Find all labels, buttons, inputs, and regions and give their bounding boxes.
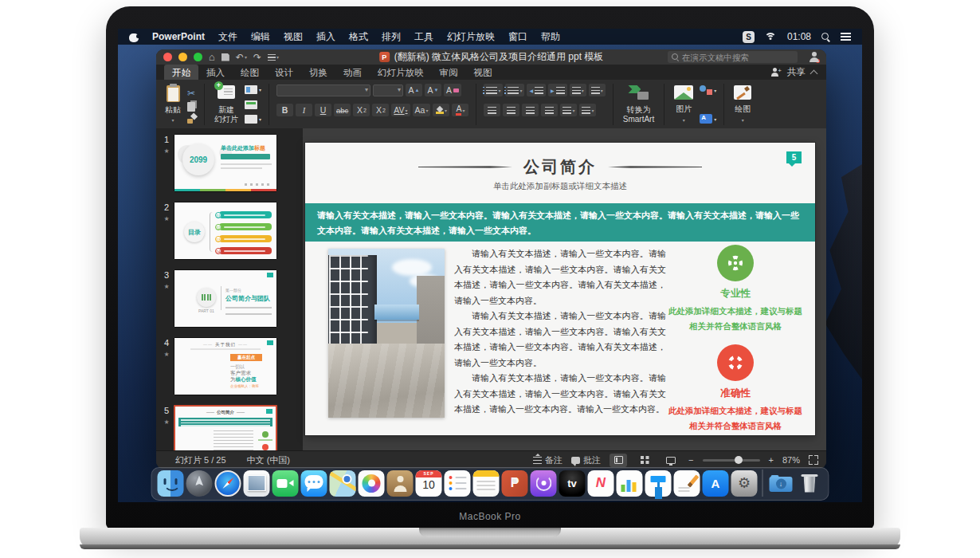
zoom-out-button[interactable]: −: [688, 455, 693, 465]
bullets-button[interactable]: ▾: [484, 84, 503, 96]
section-button[interactable]: ▾: [245, 115, 261, 124]
grow-font-button[interactable]: A▲: [406, 84, 422, 96]
paste-button[interactable]: 粘贴 ▾: [163, 84, 183, 125]
search-input[interactable]: [682, 53, 794, 62]
proxy-s-icon[interactable]: S: [743, 31, 755, 43]
subscript-button[interactable]: X2: [372, 104, 389, 116]
dock-keynote-icon[interactable]: [645, 470, 672, 497]
collapse-ribbon-icon[interactable]: [810, 69, 818, 77]
align-left-button[interactable]: [484, 104, 500, 116]
menu-clock[interactable]: 01:08: [787, 31, 811, 42]
zoom-slider[interactable]: [703, 459, 760, 462]
dock-appletv-icon[interactable]: tv: [559, 470, 586, 497]
dock-reminders-icon[interactable]: [445, 470, 471, 497]
line-spacing-button[interactable]: ▾: [570, 84, 586, 96]
customize-toolbar-icon[interactable]: ▾: [268, 54, 279, 61]
increase-indent-button[interactable]: [548, 84, 567, 96]
slide-thumbnail-2[interactable]: 目录 01 02 03 04: [174, 202, 277, 260]
slide-title[interactable]: 公司简介: [523, 156, 597, 178]
dock-news-icon[interactable]: N: [588, 470, 614, 497]
tab-insert[interactable]: 插入: [198, 65, 233, 80]
share-button[interactable]: 共享: [787, 66, 806, 78]
current-slide[interactable]: 5 公司简介 单击此处添加副标题或详细文本描述 请输入有关文本描述，请输入一些文…: [305, 143, 815, 435]
align-text-button[interactable]: ▾: [579, 104, 596, 116]
reset-slide-button[interactable]: [245, 100, 261, 109]
fit-to-window-icon[interactable]: [809, 455, 818, 465]
close-window-button[interactable]: [163, 53, 172, 61]
building-photo[interactable]: [328, 249, 445, 418]
clear-formatting-button[interactable]: A: [444, 84, 461, 96]
dock-facetime-icon[interactable]: [272, 470, 299, 497]
comments-button[interactable]: 批注: [571, 454, 601, 466]
menu-window[interactable]: 窗口: [508, 30, 527, 44]
cut-icon[interactable]: [187, 85, 197, 100]
dock-trash-icon[interactable]: [797, 470, 823, 497]
slide-sorter-view-button[interactable]: [636, 454, 653, 467]
convert-to-smartart-button[interactable]: 转换为SmartArt: [621, 84, 657, 125]
slide-thumbnail-3[interactable]: PART 01 第一部分 公司简介与团队: [174, 269, 277, 328]
text-highlight-button[interactable]: ▾: [433, 104, 449, 116]
wifi-icon[interactable]: [765, 33, 777, 41]
bold-button[interactable]: B: [276, 104, 293, 116]
slide-thumbnail-5-selected[interactable]: 公司简介: [174, 405, 277, 450]
justify-button[interactable]: [541, 104, 558, 116]
slideshow-button[interactable]: [662, 454, 680, 467]
dock-powerpoint-icon[interactable]: P: [502, 470, 528, 497]
insert-picture-button[interactable]: 图片 ▾: [672, 84, 696, 125]
dock-appstore-icon[interactable]: [703, 470, 729, 497]
tab-design[interactable]: 设计: [267, 65, 301, 80]
menu-help[interactable]: 帮助: [541, 30, 560, 44]
insert-textbox-button[interactable]: ▾: [700, 114, 716, 124]
dock-launchpad-icon[interactable]: [186, 470, 213, 497]
dock-photos-icon[interactable]: [359, 470, 385, 497]
tab-review[interactable]: 审阅: [432, 65, 466, 80]
slide-thumbnail-4[interactable]: 关于我们 赢在起点 一切以 客户需求 为核心价值 企业领航人：致辞: [174, 337, 277, 395]
slide-subtitle[interactable]: 单击此处添加副标题或详细文本描述: [305, 181, 815, 192]
font-size-select[interactable]: [373, 84, 403, 96]
dock-podcasts-icon[interactable]: [531, 470, 557, 497]
undo-icon[interactable]: ▾: [236, 53, 247, 62]
columns-button[interactable]: ▾: [589, 84, 606, 96]
menu-insert[interactable]: 插入: [316, 30, 335, 44]
dock-calendar-icon[interactable]: SEP 10: [416, 470, 442, 497]
copy-icon[interactable]: [187, 102, 195, 112]
menu-slideshow[interactable]: 幻灯片放映: [447, 30, 495, 44]
slide-banner-text[interactable]: 请输入有关文本描述，请输入一些文本内容。请输入有关文本描述，请输入一些文本内容。…: [305, 203, 815, 242]
insert-shapes-button[interactable]: ▾: [700, 85, 716, 95]
tab-transitions[interactable]: 切换: [301, 65, 335, 80]
draw-button[interactable]: 绘图 ▾: [731, 84, 754, 125]
dock-safari-icon[interactable]: [215, 470, 241, 497]
align-right-button[interactable]: [522, 104, 539, 116]
dock-downloads-icon[interactable]: [768, 470, 794, 497]
underline-button[interactable]: U: [315, 104, 331, 116]
change-case-button[interactable]: Aa▾: [413, 104, 431, 116]
home-icon[interactable]: [209, 52, 215, 62]
align-center-button[interactable]: [503, 104, 519, 116]
search-box[interactable]: [668, 51, 798, 63]
decrease-indent-button[interactable]: [527, 84, 546, 96]
dock-messages-icon[interactable]: [301, 470, 327, 497]
numbering-button[interactable]: ▾: [505, 84, 524, 96]
normal-view-button[interactable]: [610, 454, 627, 467]
notes-button[interactable]: 备注: [533, 454, 563, 466]
spotlight-search-icon[interactable]: [821, 33, 830, 41]
dock-notes-icon[interactable]: [473, 470, 500, 497]
save-icon[interactable]: [221, 53, 229, 61]
slide-body-text[interactable]: 请输入有关文本描述，请输入一些文本内容。请输入有关文本描述，请输入一些文本内容。…: [454, 246, 666, 418]
tab-slideshow[interactable]: 幻灯片放映: [370, 65, 432, 80]
italic-button[interactable]: I: [296, 104, 312, 116]
dock-pages-icon[interactable]: [674, 470, 700, 497]
menu-file[interactable]: 文件: [218, 30, 237, 44]
apple-menu-icon[interactable]: [129, 31, 139, 42]
new-slide-button[interactable]: 新建幻灯片: [212, 84, 241, 125]
redo-icon[interactable]: [253, 53, 261, 62]
font-name-select[interactable]: [276, 84, 370, 96]
strikethrough-button[interactable]: abc: [334, 104, 351, 116]
minimize-window-button[interactable]: [178, 53, 187, 61]
zoom-window-button[interactable]: [194, 53, 202, 61]
zoom-in-button[interactable]: +: [769, 455, 774, 465]
menu-edit[interactable]: 编辑: [251, 30, 270, 44]
dock-system-preferences-icon[interactable]: [731, 470, 758, 497]
character-spacing-button[interactable]: AV▾: [391, 104, 410, 116]
menu-arrange[interactable]: 排列: [382, 30, 401, 44]
